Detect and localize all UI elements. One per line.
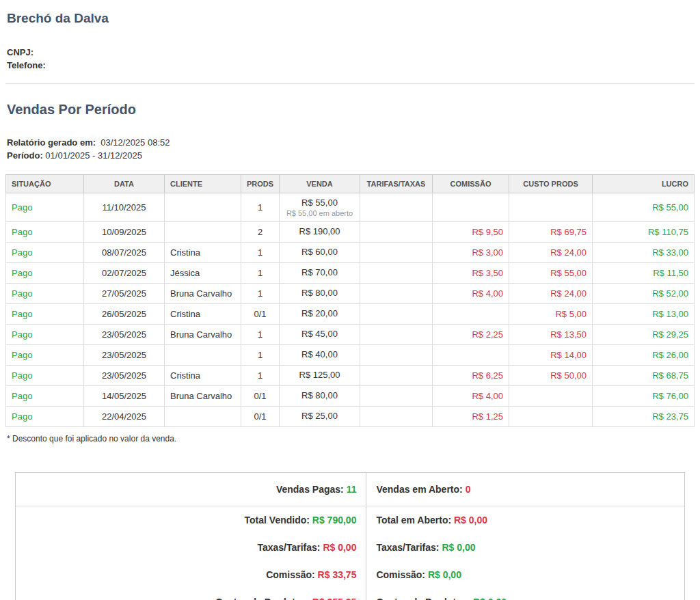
cell-custo-prods: R$ 14,00 — [509, 345, 593, 366]
column-header-lucro: LUCRO — [593, 175, 695, 193]
cell-venda: R$ 40,00 — [280, 345, 360, 366]
summary-left-label: Custos de Produtos: — [215, 597, 312, 600]
cell-tarifas — [360, 193, 433, 222]
cell-situacao: Pago — [6, 386, 84, 407]
summary-right-label: Comissão: — [376, 569, 427, 580]
summary-row: Comissão: R$ 33,75 Comissão: R$ 0,00 — [16, 561, 684, 588]
cell-lucro: R$ 11,50 — [593, 263, 695, 284]
cell-tarifas — [360, 407, 433, 427]
cell-data: 27/05/2025 — [84, 284, 165, 304]
cell-tarifas — [360, 222, 433, 243]
summary-right-value: 0 — [466, 484, 471, 495]
cell-prods: 1 — [241, 345, 280, 366]
cell-data: 23/05/2025 — [84, 325, 165, 345]
table-row: Pago 27/05/2025 Bruna Carvalho 1 R$ 80,0… — [6, 284, 695, 304]
summary-left-cell: Custos de Produtos: R$ 255,25 — [16, 588, 366, 600]
cell-venda: R$ 25,00 — [280, 407, 360, 427]
cell-data: 14/05/2025 — [84, 386, 165, 407]
cell-comissao: R$ 4,00 — [433, 386, 509, 407]
summary-row: Taxas/Tarifas: R$ 0,00 Taxas/Tarifas: R$… — [16, 534, 684, 561]
cell-tarifas — [360, 325, 433, 345]
cell-prods: 1 — [241, 366, 280, 386]
summary-left-value: R$ 255,25 — [312, 597, 357, 600]
cell-situacao: Pago — [6, 366, 84, 386]
cell-lucro: R$ 23,75 — [593, 407, 695, 427]
cell-situacao: Pago — [6, 407, 84, 427]
column-header-comissao: COMISSÃO — [433, 175, 509, 193]
cell-cliente — [165, 222, 241, 243]
summary-left-label: Total Vendido: — [245, 515, 312, 526]
venda-value: R$ 125,00 — [285, 370, 354, 380]
cell-data: 23/05/2025 — [84, 345, 165, 366]
venda-value: R$ 80,00 — [285, 390, 354, 400]
cell-data: 22/04/2025 — [84, 407, 165, 427]
report-page: Brechó da Dalva CNPJ: Telefone: Vendas P… — [0, 0, 700, 600]
summary-right-value: R$ 0,00 — [473, 597, 507, 600]
cell-tarifas — [360, 304, 433, 325]
cell-cliente: Bruna Carvalho — [165, 325, 241, 345]
generated-line: Relatório gerado em: 03/12/2025 08:52 — [7, 137, 695, 150]
cell-lucro: R$ 29,25 — [593, 325, 695, 345]
cnpj-line: CNPJ: — [7, 46, 695, 59]
summary-left-value: R$ 0,00 — [323, 542, 356, 553]
table-row: Pago 02/07/2025 Jéssica 1 R$ 70,00 R$ 3,… — [6, 263, 695, 284]
venda-value: R$ 190,00 — [285, 226, 354, 236]
summary-left-cell: Vendas Pagas: 11 — [16, 473, 366, 506]
table-footnote: * Desconto que foi aplicado no valor da … — [7, 434, 695, 444]
cell-cliente — [165, 193, 241, 222]
cell-lucro: R$ 110,75 — [593, 222, 695, 243]
cell-data: 02/07/2025 — [84, 263, 165, 284]
cell-venda: R$ 125,00 — [280, 366, 360, 386]
summary-right-label: Taxas/Tarifas: — [376, 542, 442, 553]
period-value: 01/01/2025 - 31/12/2025 — [45, 150, 142, 161]
cell-custo-prods: R$ 55,00 — [509, 263, 593, 284]
summary-right-cell: Taxas/Tarifas: R$ 0,00 — [366, 534, 684, 561]
cell-situacao: Pago — [6, 345, 84, 366]
cell-custo-prods: R$ 24,00 — [509, 243, 593, 263]
summary-right-cell: Custos de Produtos: R$ 0,00 — [366, 588, 684, 600]
cell-situacao: Pago — [6, 304, 84, 325]
cell-comissao: R$ 3,00 — [433, 243, 509, 263]
venda-value: R$ 20,00 — [285, 308, 354, 318]
cell-prods: 0/1 — [241, 304, 280, 325]
cell-custo-prods — [509, 193, 593, 222]
summary-left-label: Comissão: — [266, 569, 317, 580]
cell-cliente: Jéssica — [165, 263, 241, 284]
column-header-prods: PRODS — [241, 175, 280, 193]
column-header-data: DATA — [84, 175, 165, 193]
cell-cliente: Bruna Carvalho — [165, 284, 241, 304]
cell-comissao: R$ 4,00 — [433, 284, 509, 304]
cell-comissao — [433, 304, 509, 325]
cell-cliente — [165, 407, 241, 427]
cell-custo-prods: R$ 24,00 — [509, 284, 593, 304]
cell-situacao: Pago — [6, 243, 84, 263]
cell-comissao — [433, 345, 509, 366]
table-row: Pago 10/09/2025 2 R$ 190,00 R$ 9,50 R$ 6… — [6, 222, 695, 243]
cell-prods: 1 — [241, 243, 280, 263]
venda-value: R$ 60,00 — [285, 247, 354, 257]
generated-label: Relatório gerado em: — [7, 137, 96, 148]
column-header-venda: VENDA — [280, 175, 360, 193]
period-line: Período: 01/01/2025 - 31/12/2025 — [7, 150, 695, 163]
cell-comissao: R$ 3,50 — [433, 263, 509, 284]
cell-custo-prods: R$ 13,50 — [509, 325, 593, 345]
cell-venda: R$ 45,00 — [280, 325, 360, 345]
table-row: Pago 26/05/2025 Cristina 0/1 R$ 20,00 R$… — [6, 304, 695, 325]
table-row: Pago 11/10/2025 1 R$ 55,00 R$ 55,00 em a… — [6, 193, 695, 222]
cell-lucro: R$ 76,00 — [593, 386, 695, 407]
cell-venda: R$ 70,00 — [280, 263, 360, 284]
summary-right-label: Total em Aberto: — [376, 515, 454, 526]
cell-situacao: Pago — [6, 193, 84, 222]
cell-situacao: Pago — [6, 325, 84, 345]
cell-tarifas — [360, 366, 433, 386]
cell-tarifas — [360, 386, 433, 407]
sales-table-head: SITUAÇÃO DATA CLIENTE PRODS VENDA TARIFA… — [6, 175, 695, 193]
summary-right-label: Custos de Produtos: — [376, 597, 473, 600]
cell-prods: 0/1 — [241, 386, 280, 407]
cell-cliente: Cristina — [165, 243, 241, 263]
cell-data: 26/05/2025 — [84, 304, 165, 325]
venda-value: R$ 40,00 — [285, 349, 354, 359]
cell-data: 23/05/2025 — [84, 366, 165, 386]
venda-value: R$ 80,00 — [285, 288, 354, 298]
cell-comissao: R$ 2,25 — [433, 325, 509, 345]
